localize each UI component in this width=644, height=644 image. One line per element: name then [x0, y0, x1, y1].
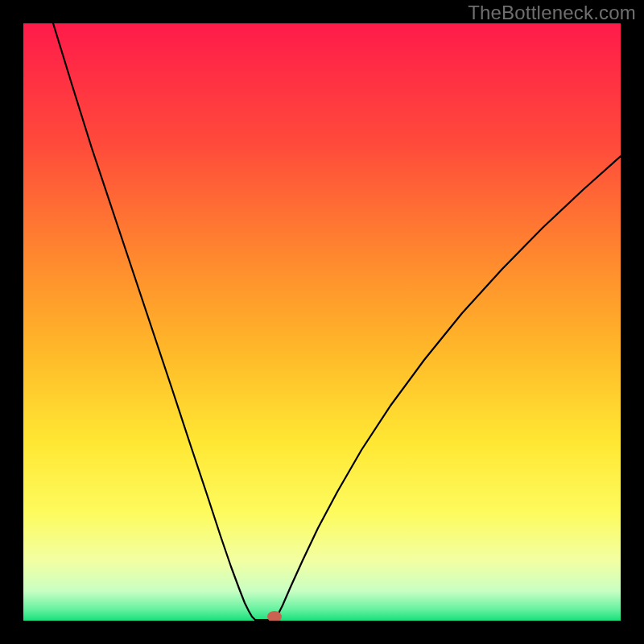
chart-container: TheBottleneck.com: [0, 0, 644, 644]
watermark-text: TheBottleneck.com: [468, 2, 636, 24]
plot-area: [23, 23, 621, 621]
chart-svg: [23, 23, 621, 621]
plot-background: [23, 23, 621, 621]
